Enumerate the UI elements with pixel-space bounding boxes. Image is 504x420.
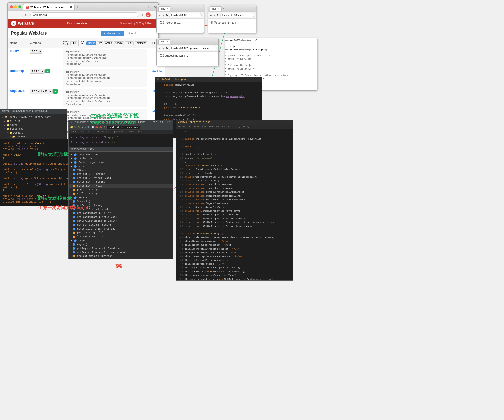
bootstrap-add-btn[interactable]: +: [45, 69, 50, 74]
tree-item-setprefix[interactable]: ⬤setPrefix(String): void: [69, 176, 173, 180]
app-props-tab[interactable]: application.properties: [106, 126, 140, 129]
lib-bootstrap-link[interactable]: Bootstrap: [10, 69, 24, 73]
leiningen-btn[interactable]: Leiningen: [135, 41, 147, 45]
close-control[interactable]: [10, 5, 13, 8]
new-tab-button[interactable]: +: [77, 5, 79, 9]
browser-pages-address[interactable]: localhost:8080/pages/success.html: [169, 46, 216, 50]
docs-link[interactable]: Documentation: [67, 22, 87, 25]
tree-item-requesttimeout[interactable]: ⬤requestTimeout: Duration: [69, 254, 173, 258]
browser-index-text: 我是index.html1 ...: [159, 21, 181, 24]
bootstrap-version-select[interactable]: 4.4.1-1: [30, 69, 45, 74]
browser-pages-forward[interactable]: →: [162, 47, 165, 50]
toolbar-icons: ☆ W ⋮: [140, 12, 157, 17]
jquery-source-refresh[interactable]: ↻: [232, 45, 235, 48]
tree-item-getsuffix[interactable]: ⬤getSuffix(): String: [69, 180, 173, 184]
angularjs-add-btn[interactable]: +: [53, 89, 58, 94]
forward-button[interactable]: →: [17, 13, 22, 17]
browser-index-address[interactable]: localhost:8080: [169, 13, 202, 17]
sbt-btn[interactable]: SBT: [70, 41, 77, 45]
jquery-source-tab: localhost:8080/webjars/jquer... ✕: [225, 38, 317, 42]
jquery-source-tab-close[interactable]: ✕: [255, 38, 258, 42]
tree-item-prefix-field[interactable]: ⬤prefix: String: [69, 188, 173, 192]
app-props-tab-label: application.properties: [109, 126, 138, 129]
angularjs-version-select[interactable]: 2.0.0-alpha.22: [30, 89, 52, 94]
back-button[interactable]: ←: [10, 13, 15, 17]
window-minimize-icon[interactable]: ─: [143, 5, 145, 9]
lib-angularjs-link[interactable]: AngularJS: [10, 89, 25, 93]
tree-item-async[interactable]: ▼⬤Async: [69, 239, 173, 242]
lib-jquery-link[interactable]: jquery: [10, 49, 19, 52]
search-input[interactable]: [126, 31, 155, 36]
grape-btn[interactable]: Grape: [104, 41, 113, 45]
bookmark-icon[interactable]: ☆: [140, 12, 145, 17]
tree-item-view[interactable]: ▼⬤View: [69, 164, 173, 168]
jquery-version-select[interactable]: 3.5.0: [30, 49, 42, 54]
jquery-source-forward[interactable]: →: [229, 45, 231, 48]
tree-item-getservletprefix[interactable]: ⬤getServletPrefix(): String: [69, 227, 173, 231]
tree-item-async-ctor[interactable]: ⬤Async(): [69, 242, 173, 246]
tree-arrow: ▼: [10, 136, 11, 138]
tree-item-contentnegotiation[interactable]: ▶⬤Contentnegotiation: [69, 160, 173, 164]
browser-pages-new-tab[interactable]: +: [172, 40, 173, 43]
tree-item-suffix-field[interactable]: ⬤suffix: String: [69, 192, 173, 196]
bootstrap-files-link[interactable]: 222 Files: [152, 69, 162, 72]
ivy-btn[interactable]: Ivy: [97, 41, 103, 45]
tree-item-root[interactable]: ▼ 📦 jquery-3.5.0.jar library root: [0, 115, 67, 119]
maven-btn[interactable]: Maven: [86, 41, 96, 45]
window-close-icon[interactable]: ✕: [154, 5, 156, 9]
browser-hello-refresh[interactable]: ↻: [217, 14, 219, 17]
jquery-source-new-tab[interactable]: +: [225, 42, 227, 45]
folder-icon: 📁: [9, 131, 12, 134]
tree-item-metainf[interactable]: ▶ 📁 META-INF: [0, 119, 67, 123]
tree-item-view-ctor[interactable]: ⬤View(): [69, 168, 173, 172]
refresh-button[interactable]: ↻: [24, 13, 29, 17]
hello-controller-filename: HelloController.java: [157, 78, 187, 81]
browser-hello-new-tab[interactable]: +: [223, 7, 224, 10]
browser-index-refresh[interactable]: ↻: [166, 14, 168, 17]
tree-item-getrequesttimeout[interactable]: ⬤getRequestTimeout(): Duration: [69, 246, 173, 250]
tab-close[interactable]: ✕: [70, 5, 72, 9]
gradle-btn[interactable]: Gradle: [114, 41, 124, 45]
maximize-control[interactable]: [18, 5, 21, 8]
browser-hello-forward[interactable]: →: [213, 14, 216, 17]
tree-item-setsuffix[interactable]: ⬤setSuffix(): void: [69, 184, 173, 188]
jquery-source-back[interactable]: ←: [225, 45, 228, 48]
tree-item-getprefix[interactable]: ⬤getPrefix(): String: [69, 172, 173, 176]
tree-item-pathmatch[interactable]: ▶⬤Pathmatch: [69, 157, 173, 160]
tree-item-resources[interactable]: ▼ 📁 resources: [0, 127, 67, 131]
browser-hello-tab-close[interactable]: ✕: [218, 8, 220, 10]
add-webjar-button[interactable]: Add a WebJar: [101, 31, 124, 36]
window-restore-icon[interactable]: □: [148, 5, 150, 9]
browser-index-back[interactable]: ←: [158, 14, 161, 17]
minimize-control[interactable]: [14, 5, 17, 8]
account-icon[interactable]: W: [146, 12, 151, 17]
browser-hello-back[interactable]: ←: [210, 14, 212, 17]
tree-item-jquery[interactable]: ▼ 📁 jquery: [0, 135, 67, 139]
browser-pages-tab-close[interactable]: ✕: [166, 41, 168, 43]
menu-icon[interactable]: ⋮: [152, 12, 157, 17]
address-bar[interactable]: webjars.org: [30, 12, 138, 17]
browser-pages-back[interactable]: ←: [158, 47, 161, 50]
tree-item-getloadonstartup[interactable]: ⬤getLoadOnStartup(): int: [69, 211, 173, 215]
tree-item-webjars[interactable]: ▼ 📁 webjars: [0, 131, 67, 135]
tree-item-setloadonstartup[interactable]: ⬤setLoadOnStartup(int): void: [69, 215, 173, 219]
webjars-header: ☕ WebJars Documentation Sponsored by Bin…: [8, 19, 158, 28]
buildr-btn[interactable]: Buildr: [125, 41, 134, 45]
tree-item-getservletmapping[interactable]: ⬤getServletMapping(): String: [69, 219, 173, 223]
browser-index-forward[interactable]: →: [162, 14, 165, 17]
tree-item-servlet-ctor[interactable]: ⬤Servlet(): [69, 200, 173, 203]
tree-item-getpathstring[interactable]: ⬤getPath(String): String: [69, 223, 173, 227]
browser-pages-refresh[interactable]: ↻: [166, 47, 168, 50]
jquery-source-address[interactable]: localhost:8080/webjars/jquery/3.5.0/jque…: [225, 48, 317, 51]
browser-tab[interactable]: W WebJars - Web Libraries in Ja... ✕: [23, 4, 75, 10]
browser-index-tab-close[interactable]: ✕: [166, 8, 168, 10]
tree-item-path-field[interactable]: ⬤path: String = "/": [69, 231, 173, 235]
browser-hello-address[interactable]: localhost:8080/hello: [220, 13, 254, 17]
tree-item-loadonstartup-field[interactable]: ⬤loadOnStartup: int = -1: [69, 235, 173, 239]
tree-item-setrequesttimeout[interactable]: ⬤setRequestTimeout(Duration): void: [69, 250, 173, 254]
play2-btn[interactable]: Play 2: [78, 40, 85, 46]
tree-item-servlet[interactable]: ▼⬤Servlet: [69, 196, 173, 200]
browser-index-new-tab[interactable]: +: [172, 7, 173, 10]
tree-item-maven[interactable]: ▶ 📁 maven: [0, 123, 67, 127]
tree-item-localeresolver[interactable]: ▶⬤LocaleResolver: [69, 153, 173, 157]
